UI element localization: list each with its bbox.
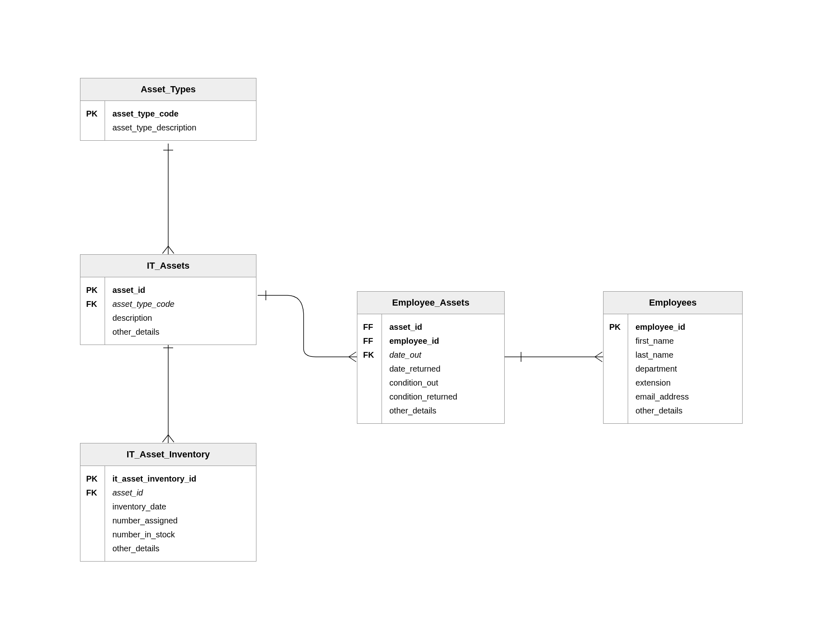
field: asset_id bbox=[112, 486, 249, 500]
entity-employee-assets: Employee_Assets FF FF FK asset_id employ… bbox=[357, 291, 505, 424]
field: asset_type_code bbox=[112, 297, 249, 311]
field: condition_out bbox=[389, 376, 497, 390]
key-column: FF FF FK bbox=[357, 314, 382, 423]
field: other_details bbox=[112, 325, 249, 339]
key-column: PK FK bbox=[80, 466, 105, 561]
field: last_name bbox=[636, 348, 735, 362]
key-label: FK bbox=[86, 297, 99, 311]
field-column: employee_id first_name last_name departm… bbox=[628, 314, 742, 423]
key-label: FK bbox=[86, 486, 99, 500]
field: inventory_date bbox=[112, 500, 249, 514]
svg-line-3 bbox=[168, 246, 174, 253]
field: employee_id bbox=[389, 334, 497, 348]
field: number_assigned bbox=[112, 514, 249, 528]
key-label: FK bbox=[363, 348, 376, 362]
key-column: PK FK bbox=[80, 277, 105, 345]
field: condition_returned bbox=[389, 390, 497, 404]
field-column: it_asset_inventory_id asset_id inventory… bbox=[105, 466, 256, 561]
entity-employees: Employees PK employee_id first_name last… bbox=[603, 291, 743, 424]
entity-it-asset-inventory: IT_Asset_Inventory PK FK it_asset_invent… bbox=[80, 443, 256, 562]
key-label: FF bbox=[363, 334, 376, 348]
field-column: asset_type_code asset_type_description bbox=[105, 101, 256, 140]
field-column: asset_id asset_type_code description oth… bbox=[105, 277, 256, 345]
field: description bbox=[112, 311, 249, 325]
field: email_address bbox=[636, 390, 735, 404]
entity-title: Asset_Types bbox=[80, 78, 256, 101]
entity-title: Employee_Assets bbox=[357, 292, 504, 314]
field: employee_id bbox=[636, 320, 735, 334]
entity-title: IT_Assets bbox=[80, 255, 256, 277]
svg-line-9 bbox=[349, 352, 356, 357]
svg-line-14 bbox=[595, 357, 602, 362]
key-column: PK bbox=[604, 314, 628, 423]
svg-line-13 bbox=[595, 352, 602, 357]
svg-line-7 bbox=[168, 435, 174, 442]
field-column: asset_id employee_id date_out date_retur… bbox=[382, 314, 504, 423]
key-label: PK bbox=[86, 472, 99, 486]
field: other_details bbox=[112, 541, 249, 555]
field: it_asset_inventory_id bbox=[112, 472, 249, 486]
key-label: PK bbox=[86, 107, 99, 121]
field: asset_id bbox=[112, 283, 249, 297]
key-label: PK bbox=[86, 283, 99, 297]
field: number_in_stock bbox=[112, 528, 249, 541]
key-column: PK bbox=[80, 101, 105, 140]
entity-title: IT_Asset_Inventory bbox=[80, 443, 256, 466]
svg-line-6 bbox=[162, 435, 168, 442]
key-label: PK bbox=[609, 320, 622, 334]
key-label: FF bbox=[363, 320, 376, 334]
field: date_returned bbox=[389, 362, 497, 376]
field: asset_id bbox=[389, 320, 497, 334]
field: date_out bbox=[389, 348, 497, 362]
entity-asset-types: Asset_Types PK asset_type_code asset_typ… bbox=[80, 78, 256, 141]
entity-title: Employees bbox=[604, 292, 742, 314]
field: other_details bbox=[636, 404, 735, 418]
field: extension bbox=[636, 376, 735, 390]
field: asset_type_code bbox=[112, 107, 249, 121]
field: asset_type_description bbox=[112, 121, 249, 135]
entity-it-assets: IT_Assets PK FK asset_id asset_type_code… bbox=[80, 254, 256, 345]
svg-line-2 bbox=[162, 246, 168, 253]
svg-line-10 bbox=[349, 357, 356, 362]
field: first_name bbox=[636, 334, 735, 348]
field: department bbox=[636, 362, 735, 376]
field: other_details bbox=[389, 404, 497, 418]
